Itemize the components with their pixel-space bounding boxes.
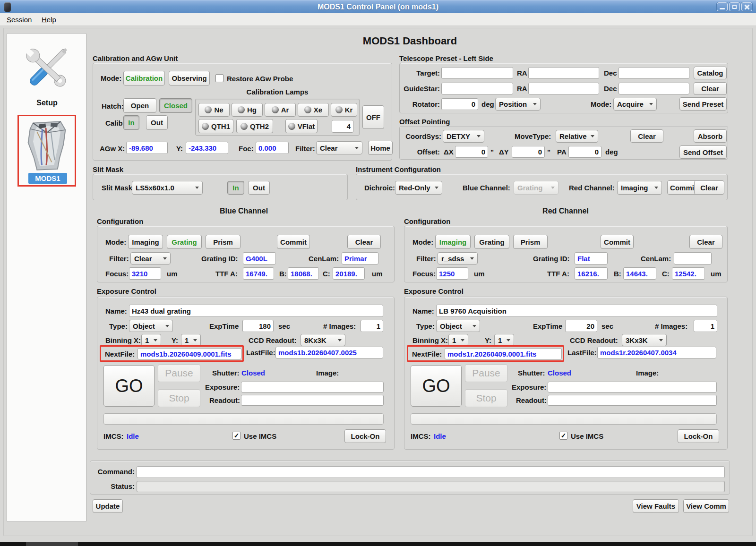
blue-lockon-button[interactable]: Lock-On <box>344 429 386 443</box>
red-filter-dropdown[interactable]: r_sdss <box>438 252 478 264</box>
blue-imaging-button[interactable]: Imaging <box>128 235 163 249</box>
red-exptime-field[interactable]: 20 <box>565 320 597 332</box>
menu-help[interactable]: Help <box>42 16 56 24</box>
blue-focus-field[interactable]: 3210 <box>129 267 161 280</box>
observing-mode-button[interactable]: Observing <box>169 71 210 85</box>
guidestar-ra-field[interactable] <box>528 83 599 94</box>
update-button[interactable]: Update <box>93 499 123 513</box>
red-commit-button[interactable]: Commit <box>601 235 634 249</box>
blue-biny-dropdown[interactable]: 1 <box>181 334 201 346</box>
blue-ttfa-field[interactable]: 16749. <box>243 267 274 280</box>
calib-in-button[interactable]: In <box>123 115 139 130</box>
minimize-icon[interactable] <box>717 2 728 11</box>
lamp-hg-button[interactable]: Hg <box>232 103 263 117</box>
red-ttfa-field[interactable]: 16216. <box>575 267 608 280</box>
rotator-mode-dropdown[interactable]: Position <box>495 98 541 111</box>
preset-clear-button[interactable]: Clear <box>694 82 727 95</box>
red-lastfile-field[interactable]: mods1r.20260407.0034 <box>597 347 716 358</box>
rotator-field[interactable]: 0 <box>441 98 478 110</box>
slitmask-out-button[interactable]: Out <box>248 181 270 195</box>
blue-exptime-field[interactable]: 180 <box>242 320 274 332</box>
lamp-qth1-button[interactable]: QTH1 <box>198 119 233 133</box>
movetype-dropdown[interactable]: Relative <box>556 130 598 143</box>
maximize-icon[interactable] <box>729 2 740 11</box>
blue-use-imcs-checkbox[interactable]: ✓ <box>232 432 241 440</box>
red-ttfc-field[interactable]: 12542. <box>672 267 705 280</box>
blue-go-button[interactable]: GO <box>103 365 155 407</box>
view-faults-button[interactable]: View Faults <box>633 499 679 513</box>
red-type-dropdown[interactable]: Object <box>436 320 480 332</box>
blue-grating-id-field[interactable]: G400L <box>243 252 276 264</box>
blue-grating-button[interactable]: Grating <box>167 235 202 249</box>
red-prism-button[interactable]: Prism <box>513 235 548 249</box>
pa-field[interactable]: 0 <box>568 146 601 158</box>
red-name-field[interactable]: LB 9760 Acquisition <box>436 305 717 317</box>
sidebar-item-mods1-selected[interactable]: MODS1 <box>17 115 76 187</box>
blue-filter-dropdown[interactable]: Clear <box>130 252 171 264</box>
agw-y-field[interactable]: -243.330 <box>186 142 228 154</box>
blue-binx-dropdown[interactable]: 1 <box>141 334 161 346</box>
sidebar-item-setup[interactable]: Setup <box>7 99 87 107</box>
red-grating-button[interactable]: Grating <box>474 235 509 249</box>
lamp-kr-button[interactable]: Kr <box>331 103 357 117</box>
blue-prism-button[interactable]: Prism <box>206 235 241 249</box>
agw-filter-dropdown[interactable]: Clear <box>316 141 362 154</box>
lamp-ar-button[interactable]: Ar <box>265 103 296 117</box>
blue-nimages-field[interactable]: 1 <box>361 320 383 332</box>
blue-ccd-dropdown[interactable]: 8Kx3K <box>301 334 345 346</box>
coordsys-dropdown[interactable]: DETXY <box>443 130 484 143</box>
command-input[interactable] <box>137 466 725 478</box>
blue-clear-button[interactable]: Clear <box>347 235 381 249</box>
target-name-field[interactable] <box>441 67 513 79</box>
close-icon[interactable] <box>741 2 752 11</box>
red-clear-button[interactable]: Clear <box>689 235 722 249</box>
agw-x-field[interactable]: -89.680 <box>126 142 168 154</box>
blue-nextfile-field[interactable]: mods1b.20260409.0001.fits <box>137 348 241 359</box>
red-nimages-field[interactable]: 1 <box>694 320 717 332</box>
agw-foc-field[interactable]: 0.000 <box>256 142 289 154</box>
lamp-vflat-button[interactable]: VFlat <box>285 119 318 133</box>
blue-ttfb-field[interactable]: 18068. <box>288 267 319 280</box>
lamp-ne-button[interactable]: Ne <box>198 103 230 117</box>
lamp-xe-button[interactable]: Xe <box>298 103 329 117</box>
send-preset-button[interactable]: Send Preset <box>679 97 727 111</box>
blue-ttfc-field[interactable]: 20189. <box>333 267 365 280</box>
lamp-count-field[interactable]: 4 <box>332 120 353 133</box>
hatch-open-button[interactable]: Open <box>123 98 156 113</box>
blue-cenlam-field[interactable]: Primar <box>342 252 378 264</box>
red-lockon-button[interactable]: Lock-On <box>678 429 719 443</box>
target-dec-field[interactable] <box>619 67 689 79</box>
delta-x-field[interactable]: 0 <box>455 146 488 158</box>
instconfig-clear-button[interactable]: Clear <box>694 180 724 195</box>
red-ttfb-field[interactable]: 14643. <box>623 267 656 280</box>
lamps-off-button[interactable]: OFF <box>362 105 384 129</box>
guidestar-dec-field[interactable] <box>619 83 689 94</box>
agw-home-button[interactable]: Home <box>368 141 393 155</box>
lamp-qth2-button[interactable]: QTH2 <box>236 119 273 133</box>
blue-lastfile-field[interactable]: mods1b.20260407.0025 <box>275 347 383 358</box>
view-comm-button[interactable]: View Comm <box>683 499 729 513</box>
send-offset-button[interactable]: Send Offset <box>679 145 727 159</box>
red-grating-id-field[interactable]: Flat <box>575 252 608 264</box>
red-channel-dropdown[interactable]: Imaging <box>617 181 662 195</box>
blue-name-field[interactable]: Hz43 dual grating <box>129 305 383 317</box>
calib-out-button[interactable]: Out <box>146 115 168 130</box>
preset-mode-dropdown[interactable]: Acquire <box>613 98 657 111</box>
red-cenlam-field[interactable] <box>674 252 712 264</box>
red-use-imcs-checkbox[interactable]: ✓ <box>559 432 567 440</box>
offset-clear-button[interactable]: Clear <box>630 129 663 143</box>
red-nextfile-field[interactable]: mods1r.20260409.0001.fits <box>445 348 562 359</box>
dichroic-dropdown[interactable]: Red-Only <box>395 181 442 195</box>
red-imaging-button[interactable]: Imaging <box>435 235 471 249</box>
calibration-mode-button[interactable]: Calibration <box>123 71 165 85</box>
target-ra-field[interactable] <box>528 67 599 79</box>
titlebar[interactable]: MODS1 Control Panel (on mods1) <box>0 0 756 13</box>
hatch-closed-button[interactable]: Closed <box>159 98 192 113</box>
red-focus-field[interactable]: 1250 <box>436 267 468 280</box>
menu-session[interactable]: Session <box>7 16 32 24</box>
catalog-button[interactable]: Catalog <box>694 67 727 79</box>
red-binx-dropdown[interactable]: 1 <box>448 334 468 346</box>
absorb-button[interactable]: Absorb <box>694 129 727 143</box>
red-biny-dropdown[interactable]: 1 <box>494 334 514 346</box>
slitmask-in-button[interactable]: In <box>227 181 244 195</box>
